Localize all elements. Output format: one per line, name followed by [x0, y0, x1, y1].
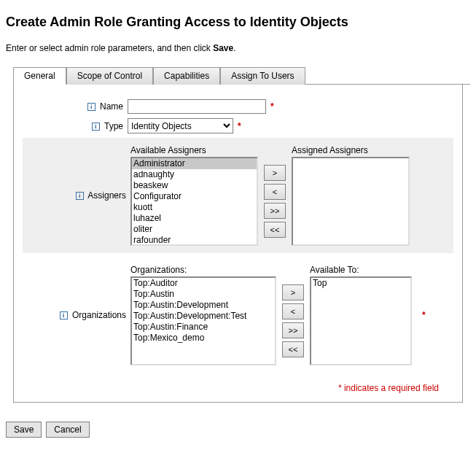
organizations-label: Organizations — [72, 310, 126, 320]
available-to-list[interactable]: Top — [310, 276, 412, 365]
tab-bar: General Scope of Control Capabilities As… — [13, 66, 470, 85]
list-item[interactable]: oliter — [132, 224, 257, 235]
remove-button[interactable]: < — [282, 303, 304, 319]
tab-scope[interactable]: Scope of Control — [66, 67, 153, 85]
list-item[interactable]: beaskew — [132, 180, 257, 191]
tab-assign[interactable]: Assign To Users — [220, 67, 305, 85]
list-item[interactable]: kuott — [132, 202, 257, 213]
info-icon: i — [60, 311, 68, 319]
assigners-label: Assigners — [87, 190, 126, 201]
assigned-assigners-list[interactable] — [292, 157, 410, 246]
required-star: * — [270, 101, 274, 112]
available-to-title: Available To: — [310, 265, 412, 275]
required-star: * — [238, 121, 241, 131]
organizations-title: Organizations: — [130, 265, 276, 275]
type-label: Type — [104, 121, 123, 131]
remove-all-button[interactable]: << — [264, 222, 286, 238]
available-assigners-list[interactable]: Administrator adnaughty beaskew Configur… — [130, 157, 258, 246]
add-button[interactable]: > — [264, 165, 286, 181]
tab-capabilities[interactable]: Capabilities — [153, 67, 220, 85]
cancel-button[interactable]: Cancel — [46, 422, 89, 438]
list-item[interactable]: Top:Austin:Finance — [132, 322, 275, 333]
list-item[interactable]: adnaughty — [132, 169, 257, 180]
add-all-button[interactable]: >> — [264, 203, 286, 219]
organizations-list[interactable]: Top:Auditor Top:Austin Top:Austin:Develo… — [130, 276, 276, 365]
list-item[interactable]: Top — [311, 278, 410, 289]
required-note: * indicates a required field — [23, 383, 439, 393]
save-button[interactable]: Save — [6, 422, 42, 438]
add-button[interactable]: > — [282, 284, 304, 301]
info-icon: i — [92, 123, 100, 131]
required-star: * — [422, 310, 426, 320]
name-input[interactable] — [128, 99, 266, 114]
list-item[interactable]: Top:Austin:Development — [132, 300, 275, 311]
info-icon: i — [76, 192, 84, 200]
tab-general[interactable]: General — [13, 67, 66, 85]
list-item[interactable]: Top:Austin:Development:Test — [132, 311, 275, 322]
type-select[interactable]: Identity Objects — [128, 118, 233, 133]
available-assigners-title: Available Assigners — [130, 145, 258, 155]
info-icon: i — [87, 103, 95, 111]
list-item[interactable]: rafounder — [132, 235, 257, 246]
list-item[interactable]: Administrator — [132, 158, 257, 169]
add-all-button[interactable]: >> — [282, 322, 304, 338]
remove-button[interactable]: < — [264, 184, 286, 200]
remove-all-button[interactable]: << — [282, 341, 304, 357]
general-panel: i Name * i Type Identity Objects * i Ass… — [13, 85, 463, 403]
list-item[interactable]: Top:Auditor — [132, 278, 275, 289]
list-item[interactable]: luhazel — [132, 213, 257, 224]
list-item[interactable]: Top:Austin — [132, 289, 275, 300]
assigned-assigners-title: Assigned Assigners — [292, 145, 410, 155]
intro-text: Enter or select admin role parameters, a… — [6, 43, 470, 53]
name-label: Name — [100, 101, 123, 112]
page-title: Create Admin Role Granting Access to Ide… — [6, 15, 470, 30]
list-item[interactable]: Configurator — [132, 191, 257, 202]
list-item[interactable]: Top:Mexico_demo — [132, 333, 275, 344]
